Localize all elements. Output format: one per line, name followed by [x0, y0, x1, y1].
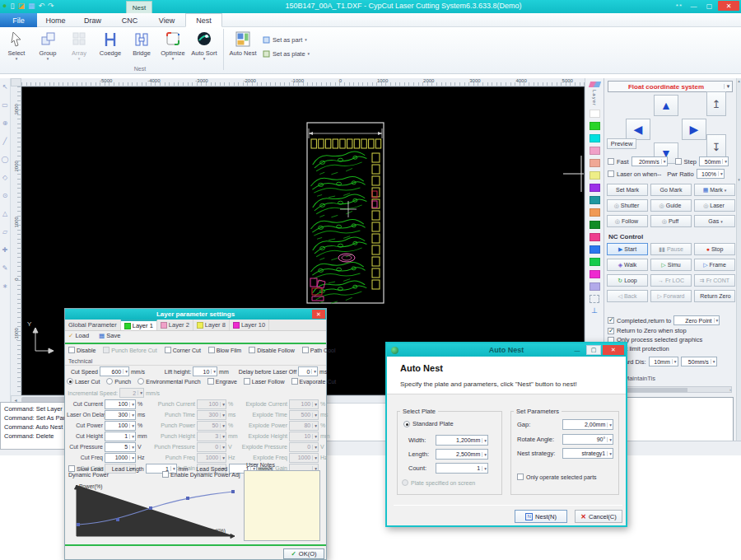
layer-color-swatch[interactable] — [590, 208, 600, 217]
app-icon[interactable]: ● — [2, 1, 7, 12]
forward-distance-select[interactable]: 10mm▾ — [649, 357, 678, 366]
slow-lead-checkbox[interactable] — [68, 465, 75, 472]
select-button[interactable]: Select▾ — [2, 29, 30, 68]
drawing-tool-icon[interactable]: ╱ — [3, 138, 7, 145]
optimize-button[interactable]: Optimize▾ — [159, 29, 187, 68]
close-button[interactable]: ✕ — [718, 1, 739, 11]
layer-option-checkbox[interactable]: Disable — [68, 347, 96, 353]
minimize-button[interactable]: — — [687, 1, 701, 11]
nc-button[interactable]: ▷Forward — [650, 290, 692, 302]
nc-button[interactable]: ◈Walk — [607, 259, 648, 271]
drawing-tool-icon[interactable]: △ — [2, 210, 7, 217]
cancel-button[interactable]: ✕Cancel(C) — [575, 510, 622, 523]
layer-color-swatch[interactable] — [590, 245, 600, 254]
forward-speed-select[interactable]: 50mm/s▾ — [681, 357, 717, 366]
no-layer-icon[interactable] — [590, 295, 599, 303]
layer-tab[interactable]: Layer 8 — [193, 320, 230, 330]
panel-button[interactable]: ◎Guide — [650, 199, 692, 212]
cut-speed-select[interactable]: 600▾ — [100, 366, 129, 376]
layer-color-swatch[interactable] — [590, 110, 600, 118]
laser-on-checkbox[interactable] — [608, 170, 614, 177]
drawing-tool-icon[interactable]: ✎ — [2, 264, 8, 272]
ok-button[interactable]: ✓OK(O) — [283, 548, 324, 559]
minimize-button[interactable]: — — [570, 345, 585, 355]
nest-strategy-select[interactable]: strategy1▾ — [562, 448, 613, 459]
nc-button[interactable]: ▷Simu — [650, 259, 692, 271]
maximize-button[interactable]: ▢ — [702, 1, 716, 11]
fast-checkbox[interactable] — [608, 158, 614, 165]
new-file-icon[interactable]: ▯ — [10, 1, 14, 12]
eraser-icon[interactable] — [588, 82, 600, 87]
cut-mode-option[interactable]: Laser Follow — [244, 378, 285, 385]
cut-mode-option[interactable]: Environmental Punch — [137, 378, 201, 385]
ribbon-tab[interactable]: Nest — [185, 13, 222, 27]
layer-tab[interactable]: Layer 10 — [230, 320, 269, 330]
nc-button[interactable]: ▷Frame — [694, 259, 735, 271]
dynamic-power-checkbox[interactable] — [162, 471, 169, 478]
panel-button[interactable]: Go Mark — [650, 184, 692, 196]
set-as-part-button[interactable]: Set as part▾ — [260, 34, 312, 45]
nc-button[interactable]: Return Zero — [694, 290, 735, 302]
rotate-angle-select[interactable]: 90°▾ — [562, 434, 613, 445]
layer-option-checkbox[interactable]: Disable Follow — [249, 347, 295, 353]
close-icon[interactable]: ✕ — [603, 345, 624, 355]
set-as-plate-button[interactable]: Set as plate▾ — [260, 48, 312, 59]
parameter-select[interactable]: 100▾ — [105, 421, 136, 431]
layer-color-swatch[interactable] — [590, 233, 600, 241]
jog-right-button[interactable]: ▶ — [682, 119, 706, 140]
drawing-tool-icon[interactable]: ∗ — [2, 282, 8, 290]
preview-button[interactable]: Preview — [607, 138, 636, 149]
layer-tab[interactable]: Global Parameter — [65, 320, 121, 330]
cut-mode-option[interactable]: Engrave — [207, 378, 237, 385]
layer-tab[interactable]: Layer 1 — [121, 320, 157, 330]
nc-button[interactable]: ↻Loop — [607, 274, 648, 287]
coedge-button[interactable]: Coedge — [96, 29, 124, 68]
focus-up-button[interactable]: ↥ — [706, 91, 726, 116]
plate-length-select[interactable]: 2,500mm▾ — [436, 449, 488, 460]
nc-button[interactable]: ▶Start — [607, 243, 648, 255]
drawing-tool-icon[interactable]: ◇ — [2, 174, 7, 181]
layer-option-checkbox[interactable]: Path Cool — [302, 347, 336, 353]
layer-color-swatch[interactable] — [590, 147, 600, 155]
panel-button[interactable]: Gas▾ — [694, 215, 735, 227]
auto-sort-button[interactable]: Auto Sort▾ — [190, 29, 218, 68]
only-selected-parts-checkbox[interactable] — [517, 474, 524, 480]
parameter-select[interactable]: 300▾ — [105, 410, 136, 420]
standard-plate-radio[interactable] — [403, 421, 410, 427]
coordinate-system-select[interactable]: Float coordinate system ▼ — [608, 81, 733, 92]
panel-button[interactable]: ◎Puff — [650, 215, 692, 227]
layer-tab[interactable]: Layer 2 — [157, 320, 193, 330]
nest-button[interactable]: NNest(N) — [515, 510, 567, 523]
completed-return-checkbox[interactable] — [608, 317, 614, 324]
drawing-tool-icon[interactable]: ⊙ — [2, 192, 8, 199]
maximize-button[interactable]: ▢ — [586, 345, 601, 355]
nc-button[interactable]: ⇉Fr CONT — [694, 274, 735, 287]
ribbon-tab[interactable]: File — [0, 13, 37, 27]
drawing-tool-icon[interactable]: ▱ — [2, 228, 7, 236]
save-button[interactable]: ▦ Save — [99, 332, 120, 339]
layer-color-swatch[interactable] — [590, 134, 600, 142]
layer-color-swatch[interactable] — [590, 270, 600, 278]
jog-up-button[interactable]: ▲ — [654, 95, 678, 116]
panel-button[interactable]: Set Mark — [607, 184, 648, 196]
nc-button[interactable]: ▮▮Pause — [650, 243, 692, 255]
bridge-button[interactable]: Bridge — [128, 29, 156, 68]
parameter-select[interactable]: 1▾ — [105, 432, 136, 441]
panel-button[interactable]: ▦Mark▾ — [694, 184, 735, 196]
layer-color-swatch[interactable] — [590, 184, 600, 192]
parameter-select[interactable]: 5▾ — [105, 442, 136, 452]
open-folder-icon[interactable]: ◪ — [17, 1, 25, 12]
anchor-icon[interactable]: ⊥ — [591, 307, 598, 315]
drawing-tool-icon[interactable]: ▭ — [2, 101, 8, 109]
ribbon-tab[interactable]: Draw — [74, 13, 111, 27]
drawing-tool-icon[interactable]: ◯ — [2, 156, 9, 163]
close-icon[interactable]: ✕ — [312, 310, 325, 319]
lift-height-select[interactable]: 10▾ — [193, 366, 217, 376]
return-zero-checkbox[interactable] — [608, 328, 614, 334]
load-button[interactable]: ✓ Load — [68, 332, 89, 339]
focus-down-button[interactable]: ↧ — [706, 134, 726, 159]
nc-button[interactable]: ●Stop — [694, 243, 735, 255]
drawing-tool-icon[interactable]: ✚ — [2, 246, 8, 254]
panel-scrollbar[interactable]: ▴▾ — [736, 78, 741, 449]
nc-button[interactable]: ◁Back — [607, 290, 648, 302]
